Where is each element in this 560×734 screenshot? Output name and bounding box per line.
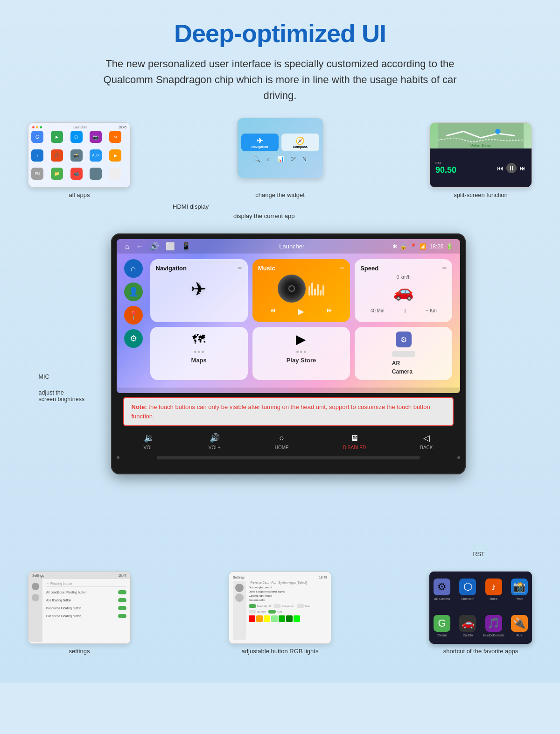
app-bt-music[interactable]: 🎵	[51, 149, 63, 162]
toggle-2[interactable]	[118, 598, 126, 602]
music-prev-btn[interactable]: ⏮	[269, 306, 276, 317]
music-card[interactable]: Music ✏	[252, 259, 350, 322]
rgb-label: adjustable button RGB lights	[242, 648, 319, 655]
vol-plus-btn[interactable]: 🔊 VOL+	[209, 433, 221, 450]
nav-widget-nav-label: Navigation	[244, 145, 276, 148]
app-cam[interactable]: 📷	[90, 131, 102, 143]
shortcut-btmusic-label: Bluetooth music	[483, 634, 504, 637]
recent-icon[interactable]: ⬜	[166, 242, 175, 251]
rgb-toggle-row2: Manual Auto	[249, 610, 327, 614]
maps-dot2	[198, 351, 200, 353]
app-music[interactable]: ♪	[31, 149, 43, 162]
store-dot2	[300, 351, 302, 353]
play-store-card[interactable]: ▶ Play Store	[252, 327, 350, 380]
rgb-body: · Reverse Ca... · Act · System Apps [Sel…	[233, 581, 327, 640]
app-files[interactable]: 📁	[51, 168, 63, 180]
swatch-lightgreen	[271, 615, 278, 622]
bar3	[314, 289, 316, 296]
shortcut-photo[interactable]: 📸 Photo	[507, 572, 532, 607]
app-play[interactable]: ▶	[51, 131, 63, 143]
music-next-btn[interactable]: ⏭	[327, 306, 333, 317]
app-14[interactable]	[90, 168, 102, 180]
speed-card-edit-icon[interactable]: ✏	[442, 265, 447, 271]
settings-row-1: Air conditioner Floating button	[46, 590, 126, 596]
speed-card[interactable]: Speed ✏ 0 km/h 🚗 40 Min | ~ Km	[355, 259, 452, 322]
back-touch-btn[interactable]: ◁ BACK	[420, 433, 433, 450]
store-dot1	[296, 351, 299, 353]
shortcut-aux[interactable]: 🔌 AUX	[507, 608, 532, 644]
settings-label-4: Car speed Floating button	[46, 614, 81, 618]
dot-green	[40, 126, 42, 128]
rgb-inner: Settings 18:48 · Reverse Ca... · Act · S…	[229, 572, 331, 643]
ar-camera-label: AR Camera	[392, 360, 413, 375]
toggle-1[interactable]	[118, 590, 126, 594]
bottom-screenshots: Settings 18:47 ← Floating button Air con…	[28, 572, 532, 655]
app-cam2[interactable]: 📹	[70, 168, 83, 180]
music-disc-circle	[278, 275, 306, 303]
sidebar-location-btn[interactable]: 📍	[124, 306, 143, 325]
home-icon[interactable]: ⌂	[125, 242, 130, 251]
app-5[interactable]: M	[109, 131, 121, 143]
sidebar-home-btn[interactable]: ⌂	[124, 259, 143, 278]
settings-row-2: Ass floating button	[46, 598, 126, 604]
nav-card-title: Navigation	[156, 265, 187, 272]
rgb-toggle[interactable]	[249, 604, 256, 608]
shortcut-carinfo[interactable]: 🚗 CarInfo	[455, 608, 480, 644]
disabled-icon: 🖥	[350, 433, 358, 443]
shortcut-ar-camera[interactable]: ⚙ AR Camera	[429, 572, 455, 607]
annot-mic: MIC	[39, 374, 111, 380]
music-play-btn[interactable]: ▶	[298, 306, 304, 317]
settings-row-4: Car speed Floating button	[46, 614, 126, 620]
shortcut-bluetooth[interactable]: ⬡ Bluetooth	[455, 572, 480, 607]
app-chrome[interactable]: G	[31, 131, 43, 143]
shortcut-music[interactable]: ♪ Music	[481, 572, 506, 607]
note-container: Note: the touch buttons can only be visi…	[119, 397, 458, 426]
rgb-toggle3[interactable]	[297, 604, 304, 608]
all-apps-bar: Launcher 18:45	[31, 126, 127, 129]
mic-dot	[117, 456, 119, 459]
vol-plus-label: VOL+	[209, 445, 221, 450]
app-fm[interactable]: FM	[31, 168, 43, 180]
vol-plus-icon: 🔊	[210, 433, 220, 443]
wni-1: 🔍	[253, 156, 260, 162]
nav-card-header: Navigation ✏	[156, 265, 242, 272]
speed-time: 40 Min	[371, 308, 385, 313]
next-btn[interactable]: ⏭	[519, 164, 526, 172]
back-icon[interactable]: ←	[136, 242, 143, 251]
disabled-btn[interactable]: 🖥 DISABLED	[343, 433, 366, 450]
toggle-4[interactable]	[118, 614, 126, 618]
maps-card[interactable]: 🗺 Maps	[150, 327, 248, 380]
rgb-toggle5[interactable]	[268, 610, 276, 614]
shortcut-chrome[interactable]: G Chrome	[429, 608, 455, 644]
app-video[interactable]: ▶	[109, 149, 121, 162]
sidebar-contacts-btn[interactable]: 👤	[124, 282, 143, 301]
app-aux[interactable]: AUX	[90, 149, 102, 162]
music-card-edit-icon[interactable]: ✏	[340, 265, 344, 271]
nav-icons: ⌂ ← 🔊 ⬜ 📱	[123, 242, 191, 251]
screen-icon[interactable]: 📱	[182, 242, 191, 251]
vol-minus-btn[interactable]: 🔉 VOL-	[144, 433, 154, 450]
left-annotations: MIC adjust the screen brightness	[39, 233, 111, 558]
rgb-thumbnail: Settings 18:48 · Reverse Ca... · Act · S…	[229, 572, 331, 644]
split-radio: FM 90.50 ⏮ ⏸ ⏭	[430, 148, 532, 187]
home-touch-btn[interactable]: ○ HOME	[275, 433, 289, 450]
nav-card-edit-icon[interactable]: ✏	[238, 265, 242, 271]
navigation-card[interactable]: Navigation ✏ ✈	[150, 259, 248, 322]
maps-dots	[194, 351, 204, 353]
sidebar-settings-btn[interactable]: ⚙	[124, 329, 143, 348]
left-sidebar: ⌂ 👤 📍 ⚙	[124, 259, 146, 380]
app-photo[interactable]: 📸	[70, 149, 83, 162]
volume-icon[interactable]: 🔊	[150, 242, 159, 251]
app-15[interactable]	[109, 168, 121, 180]
swatch-lime	[294, 615, 300, 622]
app-bt[interactable]: ⬡	[70, 131, 83, 143]
toggle-3[interactable]	[118, 606, 126, 610]
shortcut-bt-music[interactable]: 🎵 Bluetooth music	[481, 608, 506, 644]
swatch-green	[279, 615, 285, 622]
ar-camera-card[interactable]: ⚙ AR Camera	[355, 327, 452, 380]
speed-card-header: Speed ✏	[360, 265, 447, 272]
rgb-toggle2[interactable]	[273, 604, 281, 608]
prev-btn[interactable]: ⏮	[497, 164, 504, 172]
rgb-toggle4[interactable]	[249, 610, 256, 614]
pause-btn[interactable]: ⏸	[506, 163, 517, 173]
